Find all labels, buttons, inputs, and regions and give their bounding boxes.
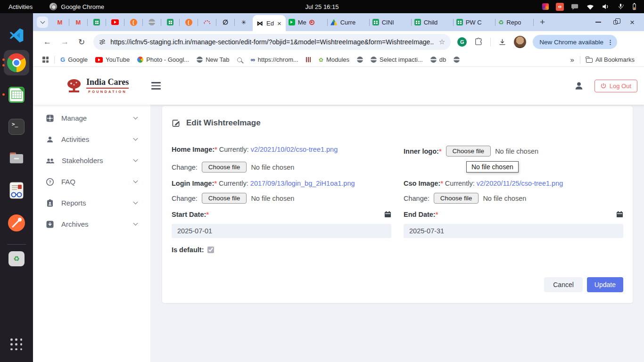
bookmark-globe-1[interactable] [353, 57, 367, 63]
terminal-dock-icon[interactable]: >_ [8, 119, 25, 135]
globe-icon [197, 57, 203, 63]
url-input[interactable] [110, 38, 434, 46]
activities-button[interactable]: Activities [8, 3, 33, 10]
focused-app-indicator[interactable]: Google Chrome [50, 3, 104, 10]
close-tab-icon[interactable]: × [277, 20, 281, 27]
sidebar-item-faq[interactable]: ? FAQ [33, 171, 150, 192]
site-logo[interactable]: India Cares FOUNDATION [66, 78, 129, 94]
tab-gmail-1[interactable]: M [51, 14, 69, 30]
reload-button[interactable]: ↻ [78, 37, 85, 47]
calendar-icon[interactable] [616, 211, 623, 218]
tab-sheets-cini[interactable]: CINI [370, 14, 411, 30]
tab-sheets-child[interactable]: Child [412, 14, 453, 30]
tab-globe[interactable] [143, 14, 161, 30]
sidebar-item-manage[interactable]: Manage [33, 107, 150, 129]
minimize-button[interactable] [595, 22, 601, 23]
bookmark-chrome-link[interactable]: ∞https://chrom... [247, 56, 302, 63]
calendar-icon[interactable] [384, 211, 391, 218]
tab-sheets-pw[interactable]: PW C [454, 14, 495, 30]
trash-dock-icon[interactable]: ♻ [8, 251, 25, 266]
tab-empty-set[interactable]: ∅ [216, 14, 234, 30]
home-image-choose-file-button[interactable]: Choose file [202, 162, 247, 173]
clock[interactable]: Jul 25 16:15 [305, 3, 339, 10]
tab-drive[interactable]: Curre [328, 14, 369, 30]
inner-logo-choose-file-button[interactable]: Choose file [446, 146, 491, 156]
files-dock-icon[interactable] [8, 151, 25, 167]
forward-button[interactable]: → [61, 37, 69, 47]
sidebar-item-reports[interactable]: Reports [33, 192, 150, 214]
tab-sheets-1[interactable] [88, 14, 106, 30]
is-default-checkbox[interactable] [207, 247, 214, 253]
download-icon[interactable] [498, 38, 506, 46]
tab-search-button[interactable] [37, 16, 48, 28]
tune-icon[interactable] [99, 39, 106, 45]
battery-icon[interactable] [631, 2, 637, 11]
bookmark-search[interactable] [233, 58, 247, 62]
sidebar-item-activities[interactable]: Activities [33, 129, 150, 150]
bookmark-google[interactable]: GGoogle [57, 56, 91, 63]
cancel-button[interactable]: Cancel [544, 277, 583, 292]
user-icon[interactable] [574, 81, 584, 91]
bookmark-modules[interactable]: ✿Modules [315, 56, 353, 63]
login-image-link[interactable]: 2017/09/13/login_bg_2iH1oa1.png [250, 180, 355, 187]
dock-separator [7, 244, 26, 245]
chrome-dock-icon[interactable] [4, 50, 29, 75]
bookmark-new-tab[interactable]: New Tab [193, 56, 233, 63]
tab-active-edit[interactable]: ⋈ Ed × [253, 15, 286, 31]
search-icon [237, 58, 242, 62]
kebab-menu-icon[interactable]: ⋮ [607, 39, 613, 46]
logout-button[interactable]: Log Out [594, 80, 637, 92]
tab-openai[interactable]: ✳ [235, 14, 253, 30]
sidebar-item-stakeholders[interactable]: Stakeholders [33, 150, 150, 171]
tab-meet[interactable]: Me [286, 14, 327, 30]
tab-gmail-2[interactable]: M [69, 14, 87, 30]
sidebar-toggle-button[interactable] [151, 82, 161, 90]
sidebar-item-archives[interactable]: Archives [33, 214, 150, 235]
vscode-dock-icon[interactable] [8, 27, 25, 45]
cso-image-link[interactable]: v2/2020/11/25/cso-tree1.png [477, 180, 563, 187]
volume-icon[interactable] [602, 3, 610, 10]
grammarly-extension-icon[interactable]: G [457, 37, 467, 47]
home-image-link[interactable]: v2/2021/10/02/cso-tree1.png [251, 146, 338, 153]
tab-red-arc[interactable] [198, 14, 216, 30]
start-date-input[interactable] [172, 224, 391, 238]
bookmark-select-impact[interactable]: Select impacti... [367, 56, 427, 63]
microphone-icon[interactable] [617, 3, 624, 11]
bookmark-photos[interactable]: Photo - Googl... [133, 56, 193, 63]
wifi-icon[interactable] [586, 3, 594, 10]
profile-avatar[interactable] [514, 36, 526, 48]
app-indicator-cube-icon[interactable] [542, 3, 549, 10]
tab-sheets-2[interactable] [161, 14, 179, 30]
login-image-choose-file-button[interactable]: Choose file [202, 193, 247, 204]
apps-shortcut[interactable] [39, 57, 52, 63]
person-icon [46, 135, 54, 144]
back-button[interactable]: ← [43, 37, 51, 47]
tab-orange-2[interactable]: ( [180, 14, 198, 30]
show-applications-button[interactable] [10, 338, 23, 351]
all-bookmarks-button[interactable]: All Bookmarks [582, 56, 638, 63]
update-button[interactable]: Update [587, 277, 623, 292]
bookmark-globe-2[interactable] [450, 57, 463, 63]
end-date-input[interactable] [404, 224, 623, 238]
postman-dock-icon[interactable] [8, 214, 25, 234]
bookmark-db[interactable]: db [427, 56, 450, 63]
power-icon [601, 83, 606, 89]
extensions-puzzle-icon[interactable] [474, 38, 483, 46]
bookmark-red-favicon[interactable] [302, 57, 315, 62]
restore-button[interactable] [613, 20, 618, 25]
cso-image-choose-file-button[interactable]: Choose file [434, 193, 479, 204]
new-tab-button[interactable]: + [534, 14, 552, 30]
bookmark-youtube[interactable]: YouTube [91, 56, 133, 63]
tab-repo[interactable]: ♻ Repo [495, 14, 533, 30]
tab-youtube[interactable] [106, 14, 124, 30]
tab-orange-1[interactable]: ( [124, 14, 142, 30]
bookmarks-overflow-button[interactable]: » [567, 56, 578, 64]
chat-icon[interactable] [571, 3, 579, 10]
screen-share-icon[interactable] [556, 3, 564, 11]
chrome-update-button[interactable]: New Chrome available ⋮ [533, 35, 617, 49]
document-viewer-dock-icon[interactable] [9, 182, 24, 202]
bookmark-star-icon[interactable]: ☆ [439, 38, 445, 46]
close-window-button[interactable]: × [630, 18, 635, 26]
libreoffice-calc-dock-icon[interactable] [8, 87, 25, 103]
address-bar[interactable]: ☆ [93, 34, 451, 50]
